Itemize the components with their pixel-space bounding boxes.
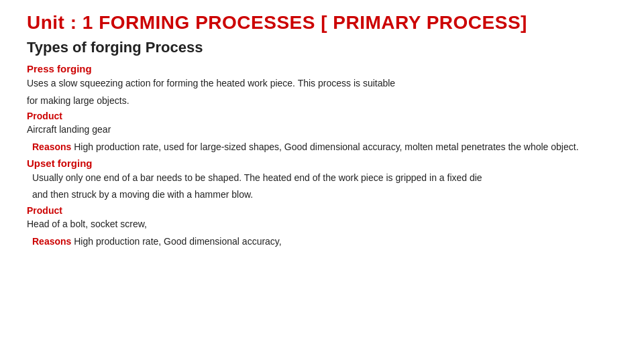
press-forging-reasons-text: High production rate, used for large-siz… — [74, 141, 578, 152]
press-forging-desc2: for making large objects. — [27, 94, 617, 109]
section-title: Types of forging Process — [27, 39, 617, 56]
press-forging-reasons: Reasons High production rate, used for l… — [27, 140, 617, 155]
main-title: Unit : 1 FORMING PROCESSES [ PRIMARY PRO… — [27, 12, 617, 34]
upset-forging-product-label: Product — [27, 205, 617, 216]
press-forging-desc1: Uses a slow squeezing action for forming… — [27, 76, 617, 91]
press-forging-product-label: Product — [27, 111, 617, 121]
upset-forging-title: Upset forging — [27, 158, 617, 169]
page: Unit : 1 FORMING PROCESSES [ PRIMARY PRO… — [0, 0, 644, 362]
press-forging-reasons-label: Reasons — [32, 141, 71, 152]
main-title-bracket: ] — [521, 12, 527, 33]
upset-forging-desc1: Usually only one end of a bar needs to b… — [27, 171, 617, 186]
upset-forging-reasons-label: Reasons — [32, 236, 71, 247]
upset-forging-reasons: Reasons High production rate, Good dimen… — [27, 235, 617, 249]
press-forging-product-value: Aircraft landing gear — [27, 123, 617, 137]
upset-forging-desc2: and then struck by a moving die with a h… — [27, 188, 617, 202]
upset-forging-reasons-text: High production rate, Good dimensional a… — [74, 236, 281, 247]
upset-forging-product-value: Head of a bolt, socket screw, — [27, 217, 617, 232]
press-forging-title: Press forging — [27, 63, 617, 74]
main-title-text: Unit : 1 FORMING PROCESSES [ PRIMARY PRO… — [27, 12, 521, 33]
